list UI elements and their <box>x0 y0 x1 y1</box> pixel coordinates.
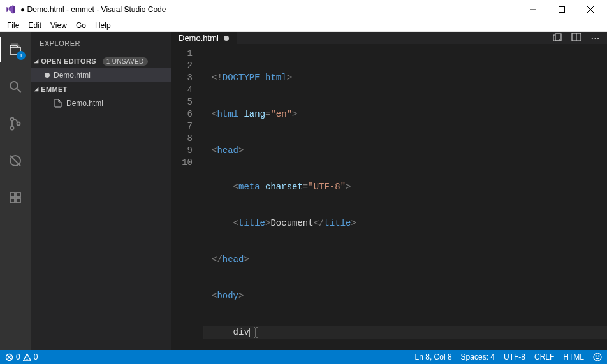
section-project[interactable]: ◢ EMMET <box>31 82 171 96</box>
activity-debug[interactable] <box>0 148 31 173</box>
open-editor-label: Demo.html <box>54 71 91 80</box>
line-number: 9 <box>171 145 193 157</box>
open-editor-item[interactable]: Demo.html <box>31 68 171 82</box>
close-button[interactable] <box>576 0 604 19</box>
code-content[interactable]: <!DOCTYPE html> <html lang="en"> <head> … <box>204 44 607 364</box>
window-controls <box>518 0 604 19</box>
project-file-label: Demo.html <box>66 99 103 108</box>
svg-rect-13 <box>16 198 20 203</box>
activity-badge: 1 <box>17 51 26 60</box>
window-title: ● Demo.html - emmet - Visual Studio Code <box>20 5 166 14</box>
activity-bar: 1 <box>0 32 31 350</box>
status-warnings-count: 0 <box>34 353 38 361</box>
compare-changes-icon[interactable] <box>552 32 562 44</box>
line-number: 6 <box>171 108 193 120</box>
tab-bar: Demo.html ··· <box>171 32 607 44</box>
unsaved-badge: 1 UNSAVED <box>103 57 148 66</box>
menu-bar: File Edit View Go Help <box>0 19 607 32</box>
title-bar: ● Demo.html - emmet - Visual Studio Code <box>0 0 607 19</box>
line-number: 1 <box>171 48 193 60</box>
svg-rect-11 <box>10 193 15 197</box>
tab-label: Demo.html <box>179 33 219 43</box>
text-cursor <box>249 328 250 337</box>
tab-demo-html[interactable]: Demo.html <box>171 32 237 44</box>
vscode-logo-icon <box>5 4 17 15</box>
svg-point-6 <box>11 118 14 121</box>
sidebar: EXPLORER ◢ OPEN EDITORS 1 UNSAVED Demo.h… <box>31 32 171 350</box>
menu-file[interactable]: File <box>3 21 24 30</box>
file-icon <box>54 99 62 108</box>
section-open-editors-label: OPEN EDITORS <box>41 57 96 65</box>
svg-rect-12 <box>10 198 15 203</box>
menu-help[interactable]: Help <box>91 21 115 30</box>
project-file-item[interactable]: Demo.html <box>31 96 171 110</box>
svg-point-4 <box>10 82 18 89</box>
editor-actions: ··· <box>546 32 607 44</box>
line-number: 7 <box>171 120 193 133</box>
section-project-label: EMMET <box>41 85 67 93</box>
svg-line-5 <box>17 89 21 92</box>
sidebar-title: EXPLORER <box>31 32 171 54</box>
svg-point-22 <box>27 359 27 360</box>
code-editor[interactable]: 1 2 3 4 5 6 7 8 9 10 <!DOCTYPE html> <ht… <box>171 44 607 364</box>
split-editor-icon[interactable] <box>571 32 581 44</box>
svg-point-7 <box>11 127 14 130</box>
line-number: 5 <box>171 96 193 108</box>
line-number: 10 <box>171 157 193 169</box>
line-number: 8 <box>171 133 193 145</box>
svg-rect-1 <box>559 7 564 13</box>
svg-rect-15 <box>555 34 561 41</box>
svg-point-8 <box>17 122 20 126</box>
more-actions-icon[interactable]: ··· <box>590 33 601 43</box>
status-problems[interactable]: 0 0 <box>5 353 38 361</box>
activity-source-control[interactable] <box>0 111 31 136</box>
dirty-indicator-icon <box>224 36 229 41</box>
activity-extensions[interactable] <box>0 185 31 210</box>
minimize-button[interactable] <box>518 0 547 19</box>
gutter: 1 2 3 4 5 6 7 8 9 10 <box>171 44 204 364</box>
status-errors-count: 0 <box>16 353 20 361</box>
menu-edit[interactable]: Edit <box>24 21 46 30</box>
line-number: 4 <box>171 84 193 96</box>
menu-go[interactable]: Go <box>71 21 91 30</box>
line-number: 2 <box>171 60 193 72</box>
chevron-down-icon: ◢ <box>34 86 38 92</box>
maximize-button[interactable] <box>547 0 576 19</box>
activity-search[interactable] <box>0 74 31 99</box>
svg-rect-14 <box>16 193 20 197</box>
menu-view[interactable]: View <box>46 21 71 30</box>
mouse-text-cursor-icon <box>252 327 259 342</box>
dirty-indicator-icon <box>45 73 50 78</box>
line-number: 3 <box>171 72 193 84</box>
section-open-editors[interactable]: ◢ OPEN EDITORS 1 UNSAVED <box>31 54 171 68</box>
editor-area: Demo.html ··· 1 2 3 4 5 6 7 <box>171 32 607 350</box>
activity-explorer[interactable]: 1 <box>0 37 31 62</box>
chevron-down-icon: ◢ <box>34 58 38 64</box>
